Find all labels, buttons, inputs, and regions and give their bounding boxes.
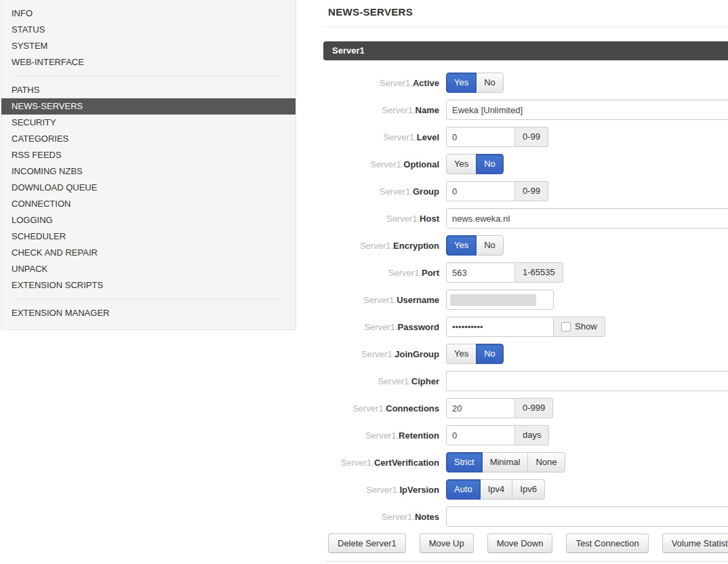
sidebar-item-logging[interactable]: LOGGING xyxy=(1,212,296,228)
field-label-certverification: Server1.CertVerification xyxy=(323,458,439,468)
sidebar-item-system[interactable]: SYSTEM xyxy=(1,38,296,54)
label-name: Group xyxy=(413,186,439,197)
sidebar-item-check-and-repair[interactable]: CHECK AND REPAIR xyxy=(1,245,296,261)
label-prefix: Server1. xyxy=(386,214,420,224)
move-down-button[interactable]: Move Down xyxy=(487,533,553,553)
username-input[interactable] xyxy=(446,289,554,310)
joingroup-yes-button[interactable]: Yes xyxy=(446,344,477,364)
field-row-username: Server1.Username xyxy=(323,289,728,310)
label-prefix: Server1. xyxy=(378,376,411,386)
field-label-host: Server1.Host xyxy=(323,214,439,224)
certverification-strict-button[interactable]: Strict xyxy=(446,452,483,472)
name-input[interactable] xyxy=(446,100,728,120)
show-password-checkbox[interactable] xyxy=(561,322,571,331)
sidebar-item-security[interactable]: SECURITY xyxy=(1,115,296,131)
ipversion-ipv4-button[interactable]: Ipv4 xyxy=(480,479,513,500)
sidebar-item-unpack[interactable]: UNPACK xyxy=(1,261,296,277)
password-input[interactable] xyxy=(446,317,554,337)
field-label-name: Server1.Name xyxy=(323,105,439,115)
label-prefix: Server1. xyxy=(388,268,422,278)
label-prefix: Server1. xyxy=(380,78,413,88)
active-no-button[interactable]: No xyxy=(476,73,504,93)
label-name: CertVerification xyxy=(374,458,439,468)
test-connection-button[interactable]: Test Connection xyxy=(566,533,648,553)
label-prefix: Server1. xyxy=(364,322,397,332)
certverification-minimal-button[interactable]: Minimal xyxy=(482,452,529,472)
retention-input[interactable] xyxy=(446,425,515,445)
connections-hint: 0-999 xyxy=(515,398,553,418)
move-up-button[interactable]: Move Up xyxy=(420,533,474,553)
field-row-certverification: Server1.CertVerification Strict Minimal … xyxy=(323,452,728,472)
field-label-cipher: Server1.Cipher xyxy=(323,376,439,386)
label-prefix: Server1. xyxy=(380,186,413,197)
server1-form: Server1.Active Yes No Server1.Name Serve… xyxy=(323,73,728,527)
active-toggle: Yes No xyxy=(446,73,504,93)
label-prefix: Server1. xyxy=(341,458,374,468)
sidebar-item-web-interface[interactable]: WEB-INTERFACE xyxy=(1,54,296,70)
field-row-notes: Server1.Notes xyxy=(323,506,728,527)
sidebar-item-connection[interactable]: CONNECTION xyxy=(1,196,296,212)
label-prefix: Server1. xyxy=(370,159,403,169)
port-input[interactable] xyxy=(446,262,515,283)
label-name: Password xyxy=(398,322,439,332)
sidebar-item-categories[interactable]: CATEGORIES xyxy=(1,131,296,147)
label-name: Port xyxy=(422,268,439,278)
level-input[interactable] xyxy=(446,127,515,147)
section-divider xyxy=(323,561,728,562)
active-yes-button[interactable]: Yes xyxy=(446,73,477,93)
encryption-yes-button[interactable]: Yes xyxy=(446,235,477,256)
sidebar-item-paths[interactable]: PATHS xyxy=(1,82,296,98)
content-header: NEWS-SERVERS xyxy=(323,0,728,27)
label-name: IpVersion xyxy=(399,485,439,495)
joingroup-no-button[interactable]: No xyxy=(476,344,504,364)
field-row-cipher: Server1.Cipher xyxy=(323,371,728,391)
page-title: NEWS-SERVERS xyxy=(323,0,728,18)
sidebar-item-status[interactable]: STATUS xyxy=(1,22,296,38)
field-row-encryption: Server1.Encryption Yes No xyxy=(323,235,728,256)
sidebar-item-news-servers[interactable]: NEWS-SERVERS xyxy=(1,98,296,115)
ipversion-auto-button[interactable]: Auto xyxy=(446,479,481,500)
field-row-active: Server1.Active Yes No xyxy=(323,73,728,93)
sidebar-item-incoming-nzbs[interactable]: INCOMING NZBS xyxy=(1,163,296,180)
label-prefix: Server1. xyxy=(363,295,397,305)
delete-server1-button[interactable]: Delete Server1 xyxy=(328,533,406,553)
field-row-retention: Server1.Retention days xyxy=(323,425,728,445)
label-name: Level xyxy=(417,132,439,142)
volume-statistics-button[interactable]: Volume Statistics xyxy=(662,533,728,553)
notes-input[interactable] xyxy=(446,506,728,527)
sidebar-item-extension-manager[interactable]: EXTENSION MANAGER xyxy=(1,305,296,321)
field-label-active: Server1.Active xyxy=(323,78,439,88)
cipher-input[interactable] xyxy=(446,371,728,391)
field-label-port: Server1.Port xyxy=(323,268,439,278)
field-row-port: Server1.Port 1-65535 xyxy=(323,262,728,283)
ipversion-toggle: Auto Ipv4 Ipv6 xyxy=(446,479,545,500)
optional-no-button[interactable]: No xyxy=(476,154,504,174)
group-input[interactable] xyxy=(446,181,515,201)
field-label-group: Server1.Group xyxy=(323,186,439,197)
certverification-none-button[interactable]: None xyxy=(527,452,565,472)
ipversion-ipv6-button[interactable]: Ipv6 xyxy=(512,479,545,500)
label-name: Username xyxy=(397,295,439,305)
sidebar-item-extension-scripts[interactable]: EXTENSION SCRIPTS xyxy=(1,277,296,294)
label-name: Name xyxy=(416,105,439,115)
label-name: Cipher xyxy=(411,376,439,386)
sidebar-item-scheduler[interactable]: SCHEDULER xyxy=(1,228,296,245)
field-row-joingroup: Server1.JoinGroup Yes No xyxy=(323,344,728,364)
field-row-optional: Server1.Optional Yes No xyxy=(323,154,728,174)
connections-input[interactable] xyxy=(446,398,515,418)
label-name: Notes xyxy=(415,512,439,522)
label-prefix: Server1. xyxy=(384,132,417,142)
host-input[interactable] xyxy=(446,208,728,228)
optional-yes-button[interactable]: Yes xyxy=(446,154,477,174)
show-password-label[interactable]: Show xyxy=(575,317,597,336)
label-name: Connections xyxy=(386,403,439,414)
label-name: Optional xyxy=(403,159,439,169)
field-label-encryption: Server1.Encryption xyxy=(323,241,439,251)
field-row-ipversion: Server1.IpVersion Auto Ipv4 Ipv6 xyxy=(323,479,728,500)
encryption-no-button[interactable]: No xyxy=(476,235,504,256)
settings-sidebar: INFO STATUS SYSTEM WEB-INTERFACE PATHS N… xyxy=(1,0,296,330)
sidebar-item-rss-feeds[interactable]: RSS FEEDS xyxy=(1,147,296,163)
joingroup-toggle: Yes No xyxy=(446,344,504,364)
sidebar-item-info[interactable]: INFO xyxy=(1,5,296,22)
sidebar-item-download-queue[interactable]: DOWNLOAD QUEUE xyxy=(1,180,296,196)
